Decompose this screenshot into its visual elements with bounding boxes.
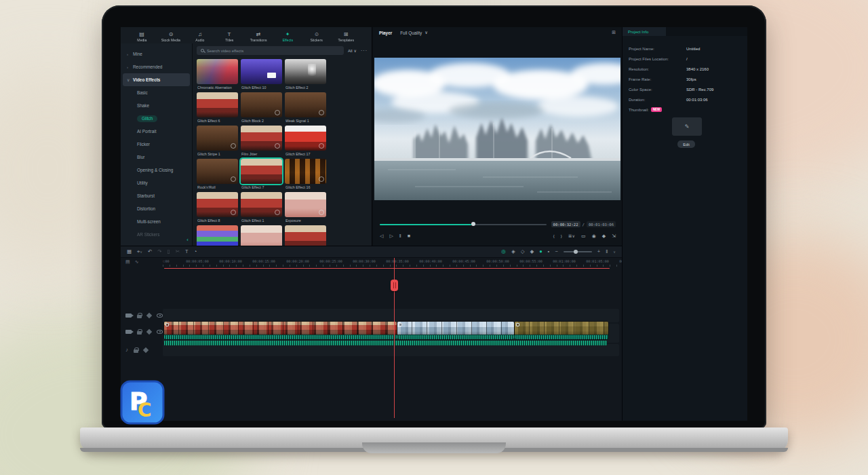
effect-card[interactable]: Glitch Stripe 1 (197, 126, 238, 157)
marker-icon[interactable]: ◆ (602, 233, 606, 239)
keyframe-prev-icon[interactable]: ◈ (511, 248, 515, 255)
effect-thumbnail[interactable] (241, 92, 282, 117)
effect-thumbnail[interactable] (285, 225, 326, 246)
effect-thumbnail[interactable] (241, 59, 282, 84)
sidebar-group-video-effects[interactable]: ∨Video Effects (123, 73, 190, 86)
timeline-zoom-slider[interactable] (564, 251, 592, 252)
media-browser-icon[interactable]: ▦ (127, 248, 132, 255)
effect-thumbnail[interactable] (285, 92, 326, 117)
tab-transitions[interactable]: ⇄Transitions (244, 31, 273, 42)
lock-icon[interactable] (137, 315, 142, 318)
effect-card[interactable]: Glitch Effect 17 (285, 126, 326, 157)
text-tool-icon[interactable]: T (185, 248, 189, 255)
zoom-slider-knob[interactable] (574, 250, 578, 254)
effect-card[interactable]: Weak Signal 1 (285, 92, 326, 124)
effect-card-selected[interactable]: Glitch Effect 7 (241, 159, 282, 191)
effect-card[interactable] (197, 225, 238, 246)
clip-red-train[interactable] (164, 322, 397, 339)
split-icon[interactable]: ✂ (176, 248, 180, 255)
track-height-icon[interactable]: ‖ (606, 248, 608, 255)
effect-card[interactable]: Glitch Effect 10 (241, 59, 282, 91)
effect-card[interactable] (241, 225, 282, 246)
mark-out-icon[interactable]: } (561, 234, 562, 238)
sidebar-collapse-icon[interactable]: ‹ (186, 237, 189, 243)
sidebar-item-opening-closing[interactable]: Opening & Closing (121, 164, 192, 176)
audio-clip-waveform[interactable] (164, 341, 607, 345)
zoom-out-icon[interactable]: − (555, 248, 557, 255)
tab-project-info[interactable]: Project Info (623, 27, 666, 36)
sidebar-item-ar-stickers[interactable]: AR Stickers (121, 228, 192, 241)
video-track-2-lane[interactable] (163, 309, 619, 322)
video-preview[interactable] (374, 58, 620, 200)
keyframe-icon[interactable]: ◇ (521, 248, 525, 255)
quality-dropdown[interactable]: Full Quality∨ (400, 30, 428, 35)
effect-thumbnail[interactable] (197, 59, 238, 84)
keyframe-icon[interactable] (146, 313, 152, 318)
keyframe-icon[interactable] (146, 329, 152, 335)
track-height-chevron-icon[interactable]: ∨ (613, 248, 616, 255)
select-tool-icon[interactable]: ⌖∨ (137, 248, 142, 255)
display-icon[interactable]: ▭ (581, 233, 586, 239)
thumbnail-edit-box[interactable]: ✎ (672, 117, 702, 136)
record-voiceover-icon[interactable]: ◎ (501, 248, 506, 255)
effect-card[interactable]: Glitch Block 2 (241, 92, 282, 124)
sidebar-group-mine[interactable]: ›Mine (121, 48, 192, 60)
sidebar-item-ai-portrait[interactable]: AI Portrait (121, 125, 192, 138)
seek-knob[interactable] (471, 222, 475, 226)
sidebar-item-basic[interactable]: Basic (121, 86, 192, 99)
stop-icon[interactable]: ■ (408, 233, 410, 238)
speed-icon[interactable]: ◔ (194, 248, 197, 255)
tab-effects[interactable]: ✦Effects (273, 31, 302, 42)
effect-thumbnail[interactable] (241, 159, 282, 184)
keyframe-next-icon[interactable]: ◆ (530, 248, 534, 255)
sidebar-item-starburst[interactable]: Starburst (121, 189, 192, 202)
sidebar-item-blur[interactable]: Blur (121, 151, 192, 164)
effect-card[interactable]: Glitch Effect 1 (241, 192, 282, 224)
effect-thumbnail[interactable] (241, 126, 282, 151)
sidebar-item-glitch[interactable]: Glitch (121, 112, 192, 125)
effect-card[interactable]: Glitch Effect 16 (285, 159, 326, 191)
snap-toggle-icon[interactable]: ∿ (135, 259, 139, 265)
keyframe-icon[interactable] (143, 347, 149, 353)
search-input[interactable]: Search video effects (197, 46, 344, 55)
effect-thumbnail[interactable] (285, 159, 326, 184)
effect-card[interactable] (285, 225, 326, 246)
redo-icon[interactable]: ↷ (157, 248, 161, 255)
sidebar-item-flicker[interactable]: Flicker (121, 138, 192, 151)
eye-icon[interactable] (157, 330, 163, 334)
clip-autumn-trees[interactable] (515, 322, 608, 339)
add-marker-icon[interactable]: ● (539, 248, 542, 255)
effect-thumbnail[interactable] (285, 126, 326, 151)
preview-window-icon[interactable]: ⊞ (612, 30, 616, 35)
effect-thumbnail[interactable] (285, 192, 326, 217)
pause-icon[interactable]: ‖ (399, 233, 401, 238)
effect-card[interactable]: Rock'n'Roll (197, 159, 238, 191)
tab-titles[interactable]: TTitles (215, 31, 243, 42)
effect-card[interactable]: Glitch Effect 2 (285, 59, 326, 91)
render-list-icon[interactable]: ≣∨ (568, 233, 575, 239)
undo-icon[interactable]: ↶ (148, 248, 152, 255)
previous-frame-icon[interactable]: ◁ (380, 233, 383, 239)
effect-card[interactable]: Exposure (285, 192, 326, 224)
effect-thumbnail[interactable] (197, 192, 238, 217)
more-options-icon[interactable]: ··· (361, 48, 368, 53)
edit-button[interactable]: Edit (677, 140, 695, 148)
tab-templates[interactable]: ⊞Templates (332, 31, 360, 42)
play-icon[interactable]: ▷ (389, 233, 393, 239)
tab-media[interactable]: ▤Media (127, 31, 156, 42)
snapshot-icon[interactable]: ◉ (592, 233, 596, 239)
effect-thumbnail[interactable] (197, 225, 238, 246)
fullscreen-icon[interactable]: ⇲ (612, 233, 616, 239)
effect-card[interactable]: Film Jitter (241, 126, 282, 157)
tab-stock-media[interactable]: ⊙Stock Media (157, 31, 185, 42)
manage-tracks-icon[interactable]: ▤ (125, 259, 130, 265)
lock-icon[interactable] (137, 331, 142, 335)
effect-thumbnail[interactable] (197, 126, 238, 151)
effect-thumbnail[interactable] (197, 92, 238, 117)
effect-card[interactable]: Glitch Effect 8 (197, 192, 238, 224)
eye-icon[interactable] (157, 314, 163, 318)
lock-icon[interactable] (134, 349, 138, 353)
effect-thumbnail[interactable] (241, 192, 282, 217)
sidebar-item-shake[interactable]: Shake (121, 99, 192, 112)
filter-dropdown[interactable]: All∨ (348, 48, 357, 53)
